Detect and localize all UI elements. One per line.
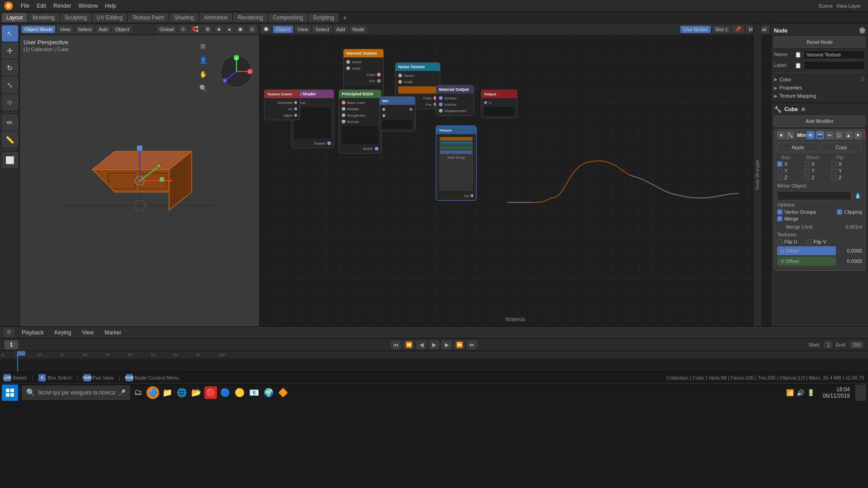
viewport-shading-render[interactable]: ◎: [247, 25, 257, 33]
mic-icon[interactable]: 🎤: [118, 389, 126, 396]
mod-edit-icon[interactable]: ✏: [826, 131, 834, 139]
merge-limit-value[interactable]: 0.001m: [845, 224, 862, 230]
node-slot[interactable]: Slot 1: [712, 26, 731, 33]
timeline-cursor-handle[interactable]: [17, 351, 25, 356]
bisect-y-checkbox[interactable]: [804, 168, 810, 174]
menu-render[interactable]: Render: [50, 2, 75, 10]
mirror-object-eyedropper[interactable]: 💧: [853, 191, 862, 200]
node-add-btn[interactable]: Add: [334, 26, 348, 33]
timeline-type-icon[interactable]: ⏱: [4, 328, 14, 337]
timeline-jump-start[interactable]: ⏮: [391, 340, 401, 349]
tool-measure[interactable]: 📏: [2, 131, 18, 148]
menu-help[interactable]: Help: [101, 2, 120, 10]
axis-gizmo[interactable]: X Z Y: [218, 53, 255, 89]
nav-pan-icon[interactable]: ✋: [197, 68, 209, 80]
node-canvas[interactable]: Voronoi Texture Vector Scale Color Fac N…: [259, 35, 771, 326]
mod-render-icon[interactable]: 📷: [816, 131, 824, 139]
menu-file[interactable]: File: [17, 2, 33, 10]
node-wrangler-sidebar[interactable]: Node Wrangler: [753, 23, 762, 326]
timeline-view-menu[interactable]: View: [78, 328, 97, 337]
menu-edit[interactable]: Edit: [33, 2, 50, 10]
node-material-output[interactable]: Material Output Surface Volume Displacem…: [436, 85, 474, 116]
reset-node-btn[interactable]: Reset Node: [774, 37, 865, 47]
bisect-x-checkbox[interactable]: [804, 161, 810, 167]
taskbar-chrome-icon[interactable]: 🌍: [262, 386, 275, 399]
tab-texture-paint[interactable]: Texture Paint: [128, 13, 169, 22]
node-properties-icon[interactable]: ⬟: [859, 26, 865, 35]
viewport-object-menu[interactable]: Object: [112, 26, 132, 33]
node-editor-type[interactable]: ⬟: [261, 25, 271, 33]
sound-icon[interactable]: 🔊: [797, 389, 804, 396]
network-icon[interactable]: 📶: [786, 389, 794, 396]
node-large-right[interactable]: Texture Node Group Out: [436, 126, 476, 201]
viewport-select-menu[interactable]: Select: [75, 26, 94, 33]
timeline-play[interactable]: ▶: [429, 340, 439, 349]
viewport-overlay[interactable]: ⊞: [203, 25, 212, 33]
taskbar-browser-icon[interactable]: 🌐: [175, 386, 188, 399]
mod-realtime-icon[interactable]: 👁: [807, 131, 815, 139]
system-clock[interactable]: 18:04 06/11/2019: [819, 386, 854, 399]
battery-icon[interactable]: 🔋: [807, 389, 815, 396]
flip-z-checkbox[interactable]: [831, 175, 837, 180]
timeline-keying-menu[interactable]: Keying: [51, 328, 75, 337]
taskbar-blender2-icon[interactable]: 🔶: [277, 386, 289, 399]
tab-uv-editing[interactable]: UV Editing: [92, 13, 127, 22]
axis-z-checkbox[interactable]: [777, 175, 783, 180]
taskbar-mail-icon[interactable]: 📧: [248, 386, 260, 399]
tab-rendering[interactable]: Rendering: [233, 13, 267, 22]
viewport-mode-selector[interactable]: Object Mode: [22, 26, 55, 33]
axis-y-checkbox[interactable]: [777, 168, 783, 174]
flip-v-checkbox[interactable]: [807, 239, 812, 244]
taskbar-folder-icon[interactable]: 📂: [190, 386, 203, 399]
flip-x-checkbox[interactable]: [831, 161, 837, 167]
mod-delete-icon[interactable]: ✕: [863, 131, 865, 139]
search-bar[interactable]: 🔍 Scrivi qui per eseguire la ricerca 🎤: [22, 385, 130, 400]
color-menu[interactable]: ☰: [861, 76, 865, 82]
merge-checkbox[interactable]: ✓: [777, 216, 783, 221]
properties-section-toggle[interactable]: ▶ Properties: [774, 84, 865, 92]
tab-layout[interactable]: Layout: [2, 13, 27, 22]
flip-u-checkbox[interactable]: [777, 239, 783, 244]
timeline-playback-menu[interactable]: Playback: [18, 328, 47, 337]
viewport-canvas[interactable]: User Perspective (1) Collection | Cube X…: [20, 35, 259, 326]
u-offset-field[interactable]: U Offset:: [777, 246, 836, 255]
tool-transform[interactable]: ⊹: [2, 94, 18, 110]
mod-expand-icon[interactable]: ▼: [777, 131, 785, 139]
tab-shading[interactable]: Shading: [170, 13, 198, 22]
color-section-toggle[interactable]: ▶ Color ☰: [774, 75, 865, 84]
viewport-view-menu[interactable]: View: [57, 26, 73, 33]
nav-zoom-icon[interactable]: 🔍: [197, 82, 209, 94]
tab-animation[interactable]: Animation: [199, 13, 232, 22]
texture-mapping-toggle[interactable]: ▶ Texture Mapping: [774, 92, 865, 100]
node-small-far-right[interactable]: Output In: [481, 89, 517, 118]
mirror-object-field[interactable]: [777, 191, 851, 200]
viewport-xray[interactable]: ◈: [214, 25, 223, 33]
timeline-marker-menu[interactable]: Marker: [101, 328, 125, 337]
node-small-center[interactable]: Mix: [379, 96, 415, 131]
viewport-proportional[interactable]: ⊙: [178, 25, 188, 33]
mod-cage-icon[interactable]: ⬡: [835, 131, 843, 139]
flip-y-checkbox[interactable]: [831, 168, 837, 174]
tab-sculpting[interactable]: Sculpting: [60, 13, 91, 22]
copy-btn[interactable]: Copy: [821, 142, 862, 152]
taskbar-blender-icon[interactable]: 🔷: [146, 386, 159, 399]
tab-scripting[interactable]: Scripting: [308, 13, 339, 22]
node-principled[interactable]: Principled BSDF Base Color Metallic Roug…: [339, 89, 382, 154]
timeline-jump-end[interactable]: ⏭: [467, 340, 477, 349]
taskbar-app2-icon[interactable]: 🔵: [219, 386, 231, 399]
menu-window[interactable]: Window: [75, 2, 101, 10]
viewport-global-local[interactable]: Global: [157, 26, 177, 33]
timeline-prev-frame[interactable]: ⏪: [403, 340, 414, 349]
bisect-z-checkbox[interactable]: [804, 175, 810, 180]
mod-move-down-icon[interactable]: ▼: [854, 131, 862, 139]
node-select-btn[interactable]: Select: [312, 26, 332, 33]
tool-add-cube[interactable]: ⬜: [2, 152, 18, 168]
windows-start-button[interactable]: [2, 385, 18, 401]
tool-cursor[interactable]: ↖: [2, 25, 18, 42]
clipping-checkbox[interactable]: ✓: [837, 209, 842, 215]
viewport-shading-material[interactable]: ◉: [236, 25, 245, 33]
start-value[interactable]: 1: [824, 341, 832, 348]
tool-rotate[interactable]: ↻: [2, 60, 18, 76]
tab-add-button[interactable]: +: [340, 13, 350, 23]
timeline-track[interactable]: 1 10 20 30 40 50 60 70 80 90 100: [0, 351, 868, 371]
